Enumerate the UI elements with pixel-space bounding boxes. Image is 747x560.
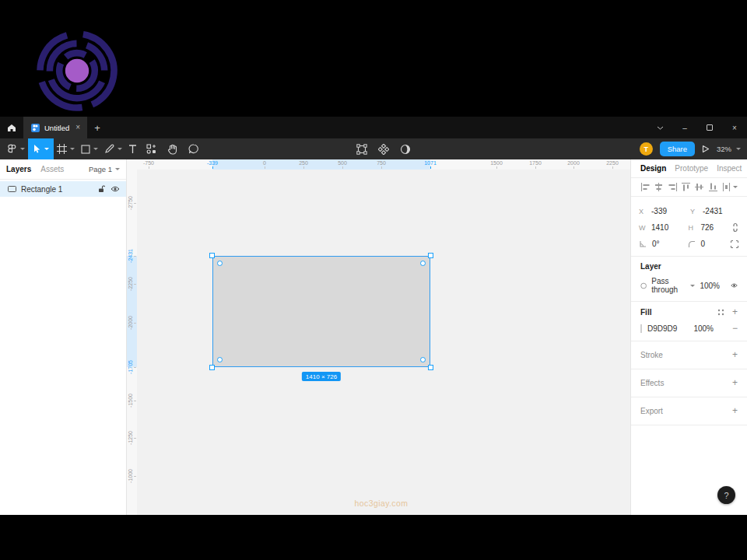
tab-design[interactable]: Design xyxy=(640,164,666,173)
tab-assets[interactable]: Assets xyxy=(40,165,64,173)
zoom-menu[interactable]: 32% xyxy=(717,145,741,153)
shape-tool-button[interactable] xyxy=(78,138,101,159)
x-value: -339 xyxy=(651,207,667,215)
toolbar-right: T Share 32% xyxy=(640,138,741,159)
layer-row-rectangle-1[interactable]: Rectangle 1 xyxy=(0,181,126,197)
window-maximize-button[interactable] xyxy=(697,117,722,138)
align-right-icon[interactable] xyxy=(668,182,678,192)
ruler-tick xyxy=(134,367,136,368)
align-left-icon[interactable] xyxy=(640,182,651,192)
fill-hex-value[interactable]: D9D9D9 xyxy=(647,324,677,333)
selected-rectangle[interactable] xyxy=(212,256,430,367)
ruler-tick xyxy=(134,401,136,401)
comment-tool-button[interactable] xyxy=(185,138,202,159)
corner-radius-handle-bottom-left[interactable] xyxy=(217,357,223,362)
ruler-top: -750-339025050075010711500175020002250 xyxy=(127,159,630,170)
fill-opacity-field[interactable]: 100% xyxy=(693,324,714,333)
y-position-field[interactable]: Y -2431 xyxy=(690,207,735,215)
new-tab-button[interactable]: + xyxy=(87,122,107,134)
edit-object-button[interactable] xyxy=(356,144,367,155)
eye-icon[interactable] xyxy=(731,282,738,289)
chevron-down-icon xyxy=(20,148,25,150)
tab-close-icon[interactable]: × xyxy=(75,124,80,131)
height-field[interactable]: H 726 xyxy=(689,223,732,232)
layer-opacity-field[interactable]: 100% xyxy=(700,282,720,290)
blend-mode-selector[interactable]: Pass through xyxy=(651,277,686,294)
ruler-tick xyxy=(342,166,343,169)
logo-center-dot xyxy=(65,59,89,82)
ruler-tick xyxy=(496,166,497,169)
rotation-angle-icon xyxy=(639,240,647,248)
x-position-field[interactable]: X -339 xyxy=(639,207,684,215)
help-button[interactable]: ? xyxy=(717,486,735,504)
add-stroke-button[interactable]: + xyxy=(732,350,738,359)
create-component-button[interactable] xyxy=(378,144,389,155)
home-button[interactable] xyxy=(0,117,23,138)
ruler-top-label: 500 xyxy=(338,160,347,166)
present-button[interactable] xyxy=(702,145,710,153)
avatar[interactable]: T xyxy=(640,142,653,156)
tab-bar: Untitled × + – × xyxy=(0,117,747,138)
h-label: H xyxy=(689,224,696,232)
alignment-toolbar xyxy=(631,178,747,197)
figma-menu-icon xyxy=(7,144,17,154)
ruler-top-label: 250 xyxy=(299,160,308,166)
canvas[interactable]: -2750-2431-2250-2000-1705-1500-1250-1000… xyxy=(127,159,630,515)
fill-row[interactable]: D9D9D9 100% − xyxy=(640,323,738,334)
unlock-icon[interactable] xyxy=(98,185,105,193)
window-menu-chevron-icon[interactable] xyxy=(647,117,672,138)
add-export-button[interactable]: + xyxy=(732,406,738,415)
corner-radius-handle-bottom-right[interactable] xyxy=(420,357,426,362)
width-field[interactable]: W 1410 xyxy=(639,223,682,232)
add-fill-button[interactable]: + xyxy=(732,307,738,317)
styles-icon[interactable] xyxy=(717,309,724,316)
resize-handle-top-right[interactable] xyxy=(428,253,433,258)
text-tool-button[interactable] xyxy=(125,138,140,159)
align-vertical-centers-icon[interactable] xyxy=(694,182,704,192)
align-horizontal-centers-icon[interactable] xyxy=(654,182,664,192)
tab-prototype[interactable]: Prototype xyxy=(675,164,708,173)
tab-layers[interactable]: Layers xyxy=(6,165,31,173)
window-close-button[interactable]: × xyxy=(722,117,747,138)
y-value: -2431 xyxy=(703,207,723,215)
x-label: X xyxy=(639,208,646,215)
share-button[interactable]: Share xyxy=(660,142,695,156)
independent-corners-toggle[interactable] xyxy=(730,240,739,249)
chevron-down-icon xyxy=(117,148,122,150)
fill-color-swatch[interactable] xyxy=(640,324,642,333)
resize-handle-bottom-left[interactable] xyxy=(209,365,215,370)
corner-radius-field[interactable]: 0 xyxy=(688,240,731,248)
resize-handle-bottom-right[interactable] xyxy=(428,365,433,370)
ruler-top-label: -339 xyxy=(207,160,218,166)
constrain-proportions-toggle[interactable] xyxy=(731,222,739,233)
hand-tool-button[interactable] xyxy=(164,138,181,159)
layer-section: Layer Pass through 100% xyxy=(631,257,747,302)
align-bottom-icon[interactable] xyxy=(708,182,718,192)
ruler-left: -2750-2431-2250-2000-1705-1500-1250-1000 xyxy=(127,170,137,515)
chevron-down-icon xyxy=(70,148,75,150)
eye-icon[interactable] xyxy=(110,186,120,192)
use-as-mask-button[interactable] xyxy=(400,144,411,155)
add-effect-button[interactable]: + xyxy=(732,378,738,387)
align-top-icon[interactable] xyxy=(681,182,691,192)
rotation-field[interactable]: 0° xyxy=(639,240,682,248)
corner-radius-handle-top-right[interactable] xyxy=(420,261,426,266)
pen-tool-button[interactable] xyxy=(101,138,125,159)
remove-fill-button[interactable]: − xyxy=(732,323,738,334)
resize-handle-top-left[interactable] xyxy=(209,253,215,258)
ruler-tick xyxy=(149,166,149,169)
y-label: Y xyxy=(690,208,697,215)
file-tab-untitled[interactable]: Untitled × xyxy=(23,117,87,138)
corner-radius-handle-top-left[interactable] xyxy=(217,261,223,266)
main-menu-button[interactable] xyxy=(0,138,28,159)
resources-button[interactable] xyxy=(143,138,160,159)
page-selector[interactable]: Page 1 xyxy=(89,165,120,173)
ruler-tick xyxy=(134,323,136,324)
move-tool-button[interactable] xyxy=(28,138,54,159)
ruler-tick xyxy=(134,284,136,285)
distribute-menu[interactable] xyxy=(721,182,738,192)
window-minimize-button[interactable]: – xyxy=(672,117,697,138)
play-icon xyxy=(702,145,710,153)
tab-inspect[interactable]: Inspect xyxy=(717,164,742,173)
frame-tool-button[interactable] xyxy=(54,138,78,159)
